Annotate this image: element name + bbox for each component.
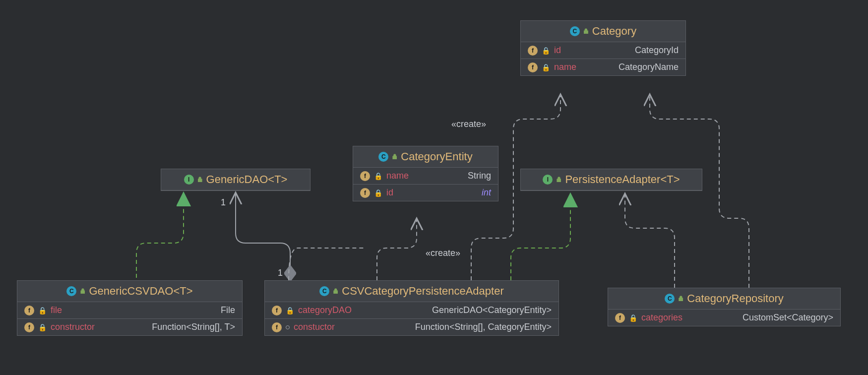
class-icon: C	[378, 152, 388, 162]
field-icon: f	[24, 306, 34, 315]
class-header: I GenericDAO<T>	[161, 169, 310, 190]
interface-icon: I	[543, 175, 553, 185]
class-header: C CategoryRepository	[608, 288, 840, 310]
class-header: C CSVCategoryPersistenceAdapter	[265, 281, 558, 302]
class-categoryrepository[interactable]: C CategoryRepository f 🔒 categories Cust…	[608, 288, 841, 326]
interface-genericdao[interactable]: I GenericDAO<T>	[161, 169, 310, 191]
visibility-icon	[557, 175, 561, 184]
class-icon: C	[665, 294, 675, 304]
private-icon: 🔒	[38, 307, 47, 314]
field-name: id	[554, 45, 561, 56]
field-row: f 🔒 constructor Function<String[], T>	[17, 319, 242, 335]
field-type: File	[221, 305, 235, 315]
private-icon: 🔒	[374, 189, 382, 197]
field-name: file	[51, 305, 62, 315]
field-type: CategoryId	[635, 45, 679, 56]
package-icon	[286, 325, 290, 329]
multiplicity-label: 1	[278, 268, 283, 278]
class-category[interactable]: C Category f 🔒 id CategoryId f 🔒 name Ca…	[520, 20, 686, 76]
class-header: C CategoryEntity	[353, 146, 498, 168]
field-name: name	[386, 171, 409, 181]
private-icon: 🔒	[374, 172, 382, 180]
field-type: CustomSet<Category>	[743, 312, 833, 323]
field-icon: f	[615, 313, 625, 323]
class-icon: C	[319, 286, 329, 296]
field-type: CategoryName	[619, 62, 679, 72]
class-title: CategoryRepository	[687, 292, 783, 305]
field-row: f 🔒 id CategoryId	[521, 42, 685, 59]
class-title: GenericDAO<T>	[206, 173, 288, 186]
visibility-icon	[80, 287, 85, 296]
private-icon: 🔒	[542, 63, 550, 71]
private-icon: 🔒	[629, 314, 637, 322]
class-header: I PersistenceAdapter<T>	[521, 169, 702, 190]
class-title: GenericCSVDAO<T>	[89, 285, 192, 298]
field-type: GenericDAO<CategoryEntity>	[432, 305, 552, 315]
class-header: C GenericCSVDAO<T>	[17, 281, 242, 302]
create-label: «create»	[451, 119, 486, 129]
class-icon: C	[570, 26, 580, 36]
field-icon: f	[272, 322, 282, 332]
interface-persistenceadapter[interactable]: I PersistenceAdapter<T>	[520, 169, 702, 191]
field-type: int	[482, 188, 491, 198]
field-icon: f	[272, 306, 282, 315]
field-type: Function<String[], T>	[152, 322, 235, 332]
class-genericcsvdao[interactable]: C GenericCSVDAO<T> f 🔒 file File f 🔒 con…	[17, 280, 243, 336]
field-row: f 🔒 id int	[353, 185, 498, 201]
multiplicity-label: 1	[221, 197, 226, 208]
field-name: categories	[641, 312, 682, 323]
class-title: CategoryEntity	[401, 150, 472, 163]
field-row: f 🔒 categories CustomSet<Category>	[608, 310, 840, 326]
private-icon: 🔒	[542, 47, 550, 55]
visibility-icon	[333, 287, 338, 296]
interface-icon: I	[184, 175, 194, 185]
class-csvcategorypersistenceadapter[interactable]: C CSVCategoryPersistenceAdapter f 🔒 cate…	[264, 280, 559, 336]
field-type: String	[468, 171, 491, 181]
field-name: constructor	[51, 322, 95, 332]
class-title: PersistenceAdapter<T>	[565, 173, 680, 186]
visibility-icon	[584, 27, 588, 36]
class-icon: C	[66, 286, 76, 296]
field-name: id	[386, 188, 393, 198]
field-name: constuctor	[294, 322, 335, 332]
field-icon: f	[360, 171, 370, 181]
class-categoryentity[interactable]: C CategoryEntity f 🔒 name String f 🔒 id …	[353, 146, 498, 201]
create-label: «create»	[426, 248, 460, 258]
field-name: name	[554, 62, 576, 72]
field-icon: f	[360, 188, 370, 198]
private-icon: 🔒	[286, 307, 294, 314]
field-name: categoryDAO	[298, 305, 352, 315]
field-icon: f	[24, 322, 34, 332]
field-row: f constuctor Function<String[], Category…	[265, 319, 558, 335]
field-row: f 🔒 file File	[17, 302, 242, 319]
class-title: Category	[592, 25, 636, 38]
visibility-icon	[392, 152, 397, 161]
field-row: f 🔒 name CategoryName	[521, 59, 685, 75]
field-icon: f	[528, 46, 538, 56]
private-icon: 🔒	[38, 323, 47, 331]
field-icon: f	[528, 62, 538, 72]
class-header: C Category	[521, 21, 685, 42]
field-row: f 🔒 name String	[353, 168, 498, 185]
visibility-icon	[679, 294, 683, 303]
class-title: CSVCategoryPersistenceAdapter	[342, 285, 504, 298]
field-row: f 🔒 categoryDAO GenericDAO<CategoryEntit…	[265, 302, 558, 319]
field-type: Function<String[], CategoryEntity>	[415, 322, 552, 332]
visibility-icon	[198, 175, 202, 184]
